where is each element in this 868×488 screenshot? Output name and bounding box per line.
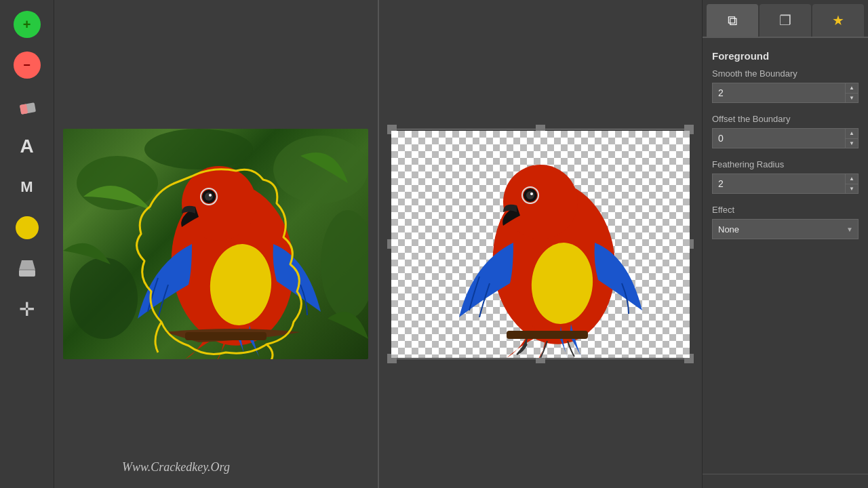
svg-point-7 [273, 136, 368, 203]
eraser-button[interactable] [8, 87, 46, 125]
remove-button[interactable]: − [8, 46, 46, 84]
svg-point-19 [503, 165, 578, 239]
svg-point-21 [526, 191, 534, 199]
tab-star[interactable]: ★ [812, 4, 864, 37]
smooth-boundary-up[interactable]: ▲ [845, 83, 859, 93]
settings-content: Foreground Smooth the Boundary ▲ ▼ Offse… [703, 38, 868, 249]
tab-copy-icon: ❐ [779, 12, 791, 28]
settings-panel: ⧉ ❐ ★ Foreground Smooth the Boundary ▲ ▼… [702, 0, 868, 488]
feathering-radius-control: Feathering Radius ▲ ▼ [712, 151, 859, 197]
text-a-button[interactable]: A [8, 127, 46, 165]
panel-cutout[interactable] [379, 0, 703, 488]
svg-point-6 [144, 129, 253, 169]
feathering-radius-spinner: ▲ ▼ [712, 174, 859, 194]
watermark: Www.Crackedkey.Org [122, 460, 230, 474]
svg-marker-3 [19, 260, 35, 270]
canvas-panels: Www.Crackedkey.Org [54, 0, 702, 488]
eraser-icon [17, 96, 37, 116]
cutout-image [391, 131, 690, 358]
svg-point-8 [321, 210, 368, 319]
tab-layers[interactable]: ⧉ [707, 4, 758, 37]
offset-boundary-control: Offset the Boundary ▲ ▼ [712, 106, 859, 151]
feathering-radius-up[interactable]: ▲ [845, 174, 859, 184]
offset-boundary-input[interactable] [712, 128, 845, 148]
canvas-area: Www.Crackedkey.Org [54, 0, 702, 488]
tab-star-icon: ★ [832, 12, 844, 28]
color-picker-button[interactable] [8, 209, 46, 247]
feathering-radius-input[interactable] [712, 174, 845, 194]
offset-boundary-label: Offset the Boundary [712, 114, 859, 124]
paint-eraser-button[interactable] [8, 249, 46, 287]
remove-icon: − [14, 52, 41, 79]
tab-layers-icon: ⧉ [728, 13, 737, 28]
feathering-radius-spin-buttons: ▲ ▼ [845, 174, 859, 194]
svg-rect-2 [19, 270, 35, 277]
svg-point-22 [530, 192, 533, 195]
smooth-boundary-label: Smooth the Boundary [712, 68, 859, 79]
watermark-text: Www.Crackedkey.Org [122, 460, 230, 474]
section-foreground-label: Foreground [712, 50, 859, 62]
svg-point-13 [205, 192, 213, 201]
cutout-svg [391, 131, 690, 358]
effect-dropdown[interactable]: None Blur Sharpen [712, 219, 859, 239]
tabs-row: ⧉ ❐ ★ [703, 0, 868, 38]
add-button[interactable]: + [8, 5, 46, 43]
svg-point-5 [77, 156, 158, 210]
effect-label: Effect [712, 205, 859, 215]
offset-boundary-spin-buttons: ▲ ▼ [845, 128, 859, 148]
text-m-icon: M [20, 178, 33, 196]
smooth-boundary-control: Smooth the Boundary ▲ ▼ [712, 68, 859, 106]
smooth-boundary-spin-buttons: ▲ ▼ [845, 83, 859, 103]
color-swatch [16, 216, 39, 239]
feathering-radius-label: Feathering Radius [712, 159, 859, 169]
text-a-icon: A [20, 136, 33, 157]
smooth-boundary-input[interactable] [712, 83, 845, 103]
move-icon: ✛ [19, 298, 35, 321]
move-button[interactable]: ✛ [8, 290, 46, 328]
parrot-svg [63, 129, 368, 359]
svg-rect-17 [185, 332, 267, 340]
tab-copy[interactable]: ❐ [760, 4, 811, 37]
svg-rect-25 [507, 331, 588, 339]
offset-boundary-down[interactable]: ▼ [845, 138, 859, 149]
original-image [63, 129, 368, 359]
panel-original[interactable]: Www.Crackedkey.Org [54, 0, 379, 488]
bottom-bar [703, 474, 868, 488]
toolbar: + − A M ✛ [0, 0, 54, 488]
svg-point-11 [182, 166, 256, 241]
smooth-boundary-spinner: ▲ ▼ [712, 83, 859, 103]
smooth-boundary-down[interactable]: ▼ [845, 93, 859, 104]
effect-dropdown-wrapper: None Blur Sharpen [712, 219, 859, 239]
effect-control: Effect None Blur Sharpen [712, 197, 859, 239]
text-m-button[interactable]: M [8, 168, 46, 206]
offset-boundary-up[interactable]: ▲ [845, 128, 859, 138]
paint-eraser-icon [16, 258, 38, 279]
feathering-radius-down[interactable]: ▼ [845, 184, 859, 195]
add-icon: + [14, 11, 41, 38]
offset-boundary-spinner: ▲ ▼ [712, 128, 859, 148]
svg-point-14 [209, 194, 212, 197]
svg-point-9 [70, 258, 138, 339]
